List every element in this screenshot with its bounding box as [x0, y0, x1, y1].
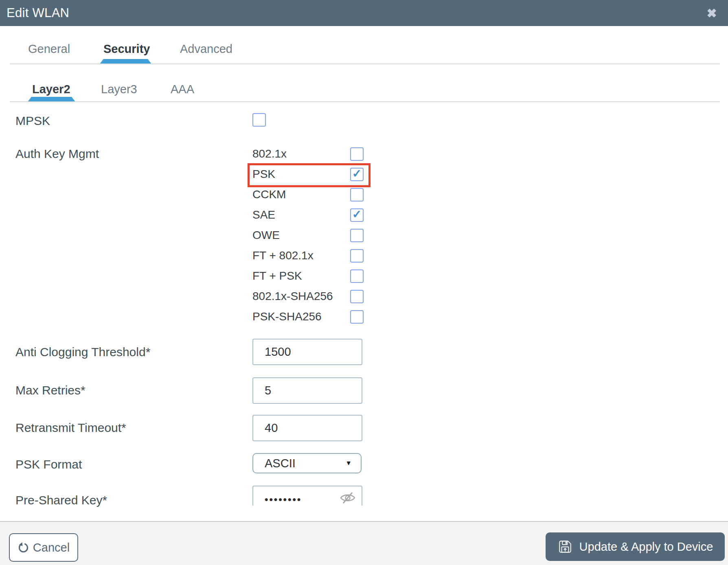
akm-option-row-psk-sha256: PSK-SHA256	[252, 307, 364, 327]
retransmit-timeout-input[interactable]	[252, 415, 362, 441]
psk-format-label: PSK Format	[15, 458, 82, 471]
close-button[interactable]: ✖	[701, 0, 722, 26]
tab-security[interactable]: Security	[103, 42, 150, 56]
akm-checkbox-sae[interactable]: ✓	[350, 208, 364, 222]
close-icon: ✖	[706, 6, 717, 20]
cancel-label: Cancel	[33, 541, 70, 554]
subtab-layer2[interactable]: Layer2	[32, 83, 70, 96]
akm-checkbox-ft-psk[interactable]	[350, 269, 364, 283]
anti-clogging-label: Anti Clogging Threshold*	[15, 345, 150, 359]
update-apply-button[interactable]: Update & Apply to Device	[546, 532, 725, 561]
akm-option-row-ft-psk: FT + PSK	[252, 266, 364, 286]
update-apply-label: Update & Apply to Device	[579, 540, 713, 554]
cancel-button[interactable]: Cancel	[9, 533, 78, 562]
dialog-titlebar: Edit WLAN ✖	[0, 0, 728, 26]
subtabs-divider	[10, 101, 720, 102]
pre-shared-key-label: Pre-Shared Key*	[15, 493, 107, 507]
subtab-layer3[interactable]: Layer3	[101, 83, 137, 96]
toggle-password-visibility-button[interactable]	[339, 491, 357, 504]
mpsk-checkbox[interactable]	[252, 113, 266, 127]
max-retries-label: Max Retries*	[15, 383, 86, 397]
akm-checkbox-cckm[interactable]	[350, 188, 364, 201]
akm-checkbox-8021x-sha256[interactable]	[350, 290, 364, 303]
akm-option-label: PSK-SHA256	[252, 310, 322, 323]
psk-format-value: ASCII	[253, 457, 345, 470]
akm-option-label: FT + 802.1x	[252, 249, 314, 262]
psk-format-select[interactable]: ASCII ▼	[252, 453, 362, 473]
akm-option-row-ft-8021x: FT + 802.1x	[252, 245, 364, 266]
akm-option-row-8021x-sha256: 802.1x-SHA256	[252, 286, 364, 307]
akm-option-row-8021x: 802.1x	[252, 144, 364, 164]
subtab-aaa[interactable]: AAA	[171, 83, 194, 96]
tab-general[interactable]: General	[28, 42, 70, 56]
akm-checkbox-8021x[interactable]	[350, 147, 364, 161]
akm-option-label: CCKM	[252, 188, 286, 201]
eye-slash-icon	[339, 491, 357, 504]
akm-option-label: OWE	[252, 229, 280, 242]
akm-option-label: 802.1x	[252, 147, 287, 160]
akm-option-row-owe: OWE	[252, 225, 364, 245]
akm-option-label: SAE	[252, 208, 275, 221]
akm-option-row-cckm: CCKM	[252, 184, 364, 205]
retransmit-timeout-label: Retransmit Timeout*	[15, 421, 126, 435]
akm-checkbox-owe[interactable]	[350, 229, 364, 242]
akm-option-label: FT + PSK	[252, 269, 302, 282]
pre-shared-key-field[interactable]: ••••••••	[252, 486, 362, 506]
checkmark: ✓	[352, 209, 362, 220]
save-floppy-icon	[557, 539, 573, 554]
max-retries-input[interactable]	[252, 377, 362, 404]
auth-key-mgmt-label: Auth Key Mgmt	[15, 147, 99, 161]
tabs-divider	[10, 64, 720, 64]
pre-shared-key-wrapper: ••••••••	[252, 486, 362, 506]
tab-advanced[interactable]: Advanced	[180, 42, 232, 56]
akm-checkbox-psk-sha256[interactable]	[350, 310, 364, 324]
dialog-footer: Cancel Update & Apply to Device	[0, 521, 728, 565]
akm-option-label: 802.1x-SHA256	[252, 290, 333, 303]
dialog-title: Edit WLAN	[0, 6, 69, 20]
chevron-down-icon: ▼	[345, 460, 361, 467]
akm-option-row-sae: SAE ✓	[252, 205, 364, 225]
mpsk-label: MPSK	[15, 114, 50, 128]
undo-icon	[18, 542, 29, 553]
anti-clogging-input[interactable]	[252, 339, 362, 365]
psk-highlight-box	[248, 163, 371, 187]
pre-shared-key-masked-value: ••••••••	[265, 495, 302, 504]
akm-checkbox-ft-8021x[interactable]	[350, 249, 364, 263]
